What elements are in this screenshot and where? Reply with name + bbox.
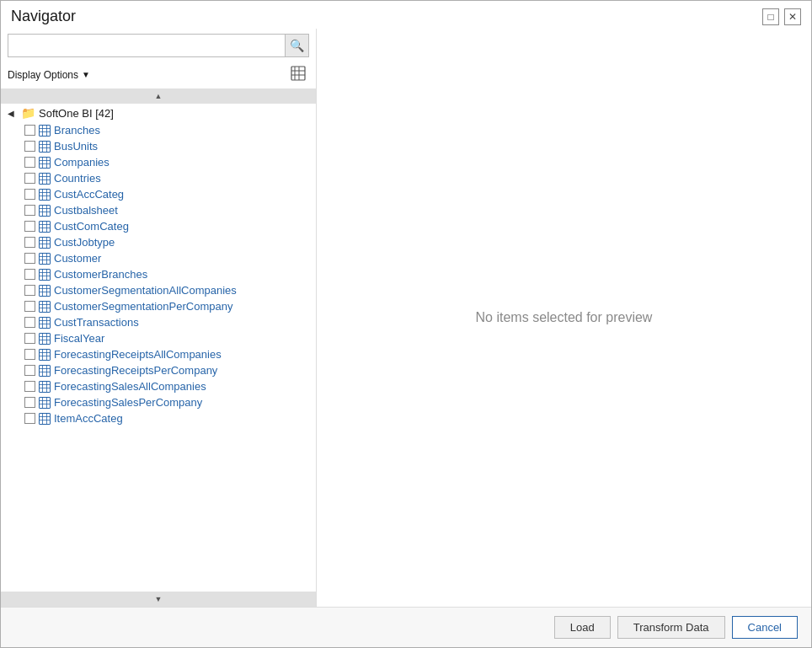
close-icon: ✕: [788, 11, 797, 23]
item-checkbox[interactable]: [24, 413, 35, 424]
list-item[interactable]: ForecastingReceiptsPerCompany: [1, 362, 316, 378]
navigator-window: Navigator □ ✕ 🔍 Display Options: [0, 0, 812, 648]
item-checkbox[interactable]: [24, 125, 35, 136]
table-icon: [39, 301, 51, 313]
item-checkbox[interactable]: [24, 285, 35, 296]
list-item[interactable]: ForecastingSalesAllCompanies: [1, 378, 316, 394]
table-icon: [39, 157, 51, 169]
search-button[interactable]: 🔍: [285, 35, 308, 56]
item-checkbox[interactable]: [24, 189, 35, 200]
list-item[interactable]: ForecastingReceiptsAllCompanies: [1, 346, 316, 362]
item-checkbox[interactable]: [24, 173, 35, 184]
item-label: Customer: [54, 252, 101, 265]
scroll-up-button[interactable]: ▲: [1, 88, 316, 104]
table-icon: [39, 237, 51, 249]
transform-data-button[interactable]: Transform Data: [617, 616, 725, 639]
table-icon: [39, 269, 51, 281]
display-options-button[interactable]: Display Options ▼: [8, 69, 90, 81]
table-icon: [39, 125, 51, 137]
item-label: ForecastingReceiptsPerCompany: [54, 364, 217, 377]
svg-rect-95: [40, 413, 51, 424]
item-checkbox[interactable]: [24, 397, 35, 408]
table-icon: [39, 413, 51, 425]
item-checkbox[interactable]: [24, 301, 35, 312]
svg-rect-25: [40, 189, 51, 200]
item-checkbox[interactable]: [24, 141, 35, 152]
list-item[interactable]: ForecastingSalesPerCompany: [1, 394, 316, 410]
item-checkbox[interactable]: [24, 381, 35, 392]
item-label: ForecastingSalesPerCompany: [54, 396, 202, 409]
svg-rect-80: [40, 365, 51, 376]
item-label: ItemAccCateg: [54, 412, 123, 425]
svg-rect-45: [40, 253, 51, 264]
list-item[interactable]: CustJobtype: [1, 234, 316, 250]
list-item[interactable]: Customer: [1, 250, 316, 266]
display-options-bar: Display Options ▼: [1, 61, 316, 88]
list-item[interactable]: Countries: [1, 170, 316, 186]
list-item[interactable]: Companies: [1, 154, 316, 170]
item-checkbox[interactable]: [24, 221, 35, 232]
list-item[interactable]: ItemAccCateg: [1, 410, 316, 426]
folder-icon: 📁: [21, 106, 35, 120]
window-title: Navigator: [11, 8, 76, 25]
svg-rect-10: [40, 141, 51, 152]
item-label: CustomerBranches: [54, 268, 147, 281]
table-icon: [39, 205, 51, 217]
item-checkbox[interactable]: [24, 365, 35, 376]
table-icon: [39, 381, 51, 393]
item-label: CustTransactions: [54, 316, 139, 329]
tree-container[interactable]: ◀ 📁 SoftOne BI [42] Branches BusUnits Co…: [1, 104, 316, 592]
item-checkbox[interactable]: [24, 269, 35, 280]
cancel-button[interactable]: Cancel: [732, 616, 798, 639]
table-icon: [39, 173, 51, 185]
svg-rect-30: [40, 205, 51, 216]
minimize-icon: □: [767, 11, 773, 23]
list-item[interactable]: CustomerSegmentationPerCompany: [1, 298, 316, 314]
list-item[interactable]: CustTransactions: [1, 314, 316, 330]
svg-rect-35: [40, 221, 51, 232]
item-checkbox[interactable]: [24, 253, 35, 264]
table-icon: [39, 221, 51, 233]
item-label: CustomerSegmentationPerCompany: [54, 300, 232, 313]
title-bar: Navigator □ ✕: [1, 1, 811, 29]
item-checkbox[interactable]: [24, 205, 35, 216]
list-item[interactable]: Custbalsheet: [1, 202, 316, 218]
close-button[interactable]: ✕: [784, 8, 801, 25]
expand-icon: ◀: [8, 109, 18, 118]
list-item[interactable]: CustomerBranches: [1, 266, 316, 282]
tree-root-item[interactable]: ◀ 📁 SoftOne BI [42]: [1, 104, 316, 122]
list-item[interactable]: Branches: [1, 122, 316, 138]
item-checkbox[interactable]: [24, 349, 35, 360]
title-bar-controls: □ ✕: [762, 8, 801, 25]
list-item[interactable]: CustAccCateg: [1, 186, 316, 202]
minimize-button[interactable]: □: [762, 8, 779, 25]
load-button[interactable]: Load: [554, 616, 611, 639]
svg-rect-0: [291, 67, 305, 80]
item-label: FiscalYear: [54, 332, 104, 345]
scroll-down-button[interactable]: ▼: [1, 592, 316, 607]
scroll-up-icon: ▲: [155, 92, 163, 100]
dropdown-arrow-icon: ▼: [82, 70, 90, 79]
item-label: BusUnits: [54, 140, 98, 153]
table-icon: [39, 317, 51, 329]
item-checkbox[interactable]: [24, 333, 35, 344]
item-label: Branches: [54, 124, 100, 137]
table-icon: [39, 365, 51, 377]
svg-rect-90: [40, 397, 51, 408]
svg-rect-85: [40, 381, 51, 392]
view-toggle-button[interactable]: [287, 64, 309, 85]
svg-rect-20: [40, 173, 51, 184]
list-item[interactable]: CustomerSegmentationAllCompanies: [1, 282, 316, 298]
item-label: Custbalsheet: [54, 204, 118, 217]
list-item[interactable]: CustComCateg: [1, 218, 316, 234]
no-items-text: No items selected for preview: [476, 310, 653, 325]
item-checkbox[interactable]: [24, 317, 35, 328]
search-input[interactable]: [8, 36, 285, 56]
list-item[interactable]: BusUnits: [1, 138, 316, 154]
list-item[interactable]: FiscalYear: [1, 330, 316, 346]
item-checkbox[interactable]: [24, 237, 35, 248]
tree-items-container: Branches BusUnits Companies Countries Cu…: [1, 122, 316, 426]
scroll-down-icon: ▼: [155, 595, 163, 603]
item-checkbox[interactable]: [24, 157, 35, 168]
svg-rect-40: [40, 237, 51, 248]
